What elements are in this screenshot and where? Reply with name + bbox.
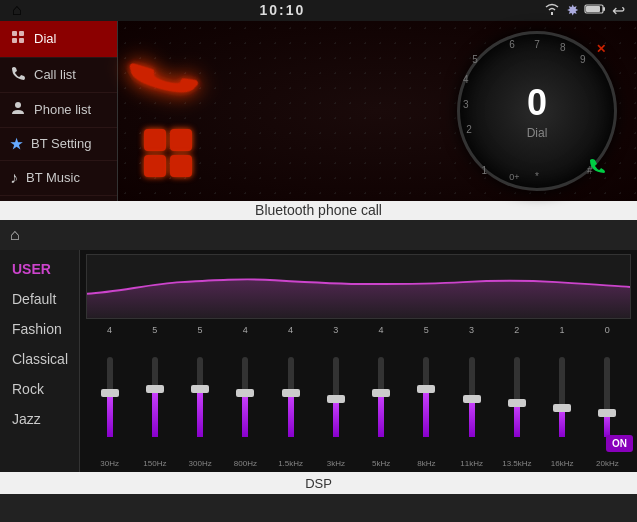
dsp-body: USER Default Fashion Classical Rock Jazz: [0, 250, 637, 472]
slider-value-4: 4: [288, 325, 293, 335]
btmusic-label: BT Music: [26, 170, 80, 185]
phone-sidebar: Dial Call list Phone list ★ BT Setting ♪: [0, 21, 118, 201]
eq-curve: [86, 254, 631, 319]
slider-thumb-8[interactable]: [463, 395, 481, 403]
slider-track-container-2[interactable]: [179, 337, 222, 457]
phone-section: ⌂ 10:10 ✸ ↩ Dial: [0, 0, 637, 220]
slider-thumb-5[interactable]: [327, 395, 345, 403]
phonelist-label: Phone list: [34, 102, 91, 117]
slider-fill-8: [469, 399, 475, 437]
dsp-item-classical[interactable]: Classical: [0, 344, 79, 374]
slider-value-9: 2: [514, 325, 519, 335]
dsp-item-rock[interactable]: Rock: [0, 374, 79, 404]
slider-track-container-3[interactable]: [224, 337, 267, 457]
dsp-sidebar: USER Default Fashion Classical Rock Jazz: [0, 250, 80, 472]
slider-thumb-4[interactable]: [282, 389, 300, 397]
slider-value-6: 4: [379, 325, 384, 335]
back-icon[interactable]: ↩: [612, 1, 625, 20]
slider-col-4: 41.5kHz: [269, 325, 312, 468]
dsp-main: 430Hz5150Hz5300Hz4800Hz41.5kHz33kHz45kHz…: [80, 250, 637, 472]
slider-track-container-10[interactable]: [541, 337, 584, 457]
btmusic-icon: ♪: [10, 169, 18, 187]
slider-thumb-0[interactable]: [101, 389, 119, 397]
dsp-header: ⌂: [0, 220, 637, 250]
slider-col-7: 58kHz: [405, 325, 448, 468]
slider-thumb-7[interactable]: [417, 385, 435, 393]
dial-num-3: 3: [463, 99, 469, 110]
slider-freq-label-8: 11kHz: [460, 459, 483, 468]
slider-thumb-9[interactable]: [508, 399, 526, 407]
slider-col-3: 4800Hz: [224, 325, 267, 468]
slider-freq-label-7: 8kHz: [417, 459, 435, 468]
dial-num-4: 4: [463, 74, 469, 85]
slider-col-9: 213.5kHz: [495, 325, 538, 468]
slider-thumb-2[interactable]: [191, 385, 209, 393]
dial-num-9: 9: [580, 54, 586, 65]
slider-freq-label-1: 150Hz: [143, 459, 166, 468]
sidebar-item-dial[interactable]: Dial: [0, 21, 117, 58]
sidebar-item-phonelist[interactable]: Phone list: [0, 93, 117, 128]
slider-col-2: 5300Hz: [179, 325, 222, 468]
sidebar-item-calllist[interactable]: Call list: [0, 58, 117, 93]
bluetooth-icon: ✸: [567, 3, 578, 18]
slider-track-container-8[interactable]: [450, 337, 493, 457]
slider-track-container-6[interactable]: [360, 337, 403, 457]
dial-call-icon[interactable]: [588, 158, 606, 178]
home-icon[interactable]: ⌂: [12, 1, 22, 19]
wifi-icon: [543, 2, 561, 19]
btsetting-label: BT Setting: [31, 136, 91, 151]
slider-col-8: 311kHz: [450, 325, 493, 468]
on-button[interactable]: ON: [606, 435, 633, 452]
slider-freq-label-10: 16kHz: [551, 459, 574, 468]
dsp-item-fashion[interactable]: Fashion: [0, 314, 79, 344]
svg-point-7: [15, 102, 21, 108]
slider-track-0: [107, 357, 113, 437]
slider-thumb-6[interactable]: [372, 389, 390, 397]
slider-fill-7: [423, 389, 429, 437]
dial-num-2: 2: [466, 124, 472, 135]
slider-thumb-3[interactable]: [236, 389, 254, 397]
slider-thumb-1[interactable]: [146, 385, 164, 393]
sidebar-item-btsetting[interactable]: ★ BT Setting: [0, 128, 117, 161]
slider-track-container-5[interactable]: [314, 337, 357, 457]
dial-label: Dial: [34, 31, 56, 46]
dial-icon: [10, 29, 26, 49]
slider-fill-10: [559, 408, 565, 437]
dial-delete-icon[interactable]: ✕: [596, 42, 606, 56]
slider-track-container-0[interactable]: [88, 337, 131, 457]
phone-main: 7 8 9 6 5 4 3 2 1 0+ * # 0 Dial ✕: [118, 21, 637, 201]
calllist-label: Call list: [34, 67, 76, 82]
slider-track-container-9[interactable]: [495, 337, 538, 457]
dsp-section-label: DSP: [0, 472, 637, 494]
slider-track-4: [288, 357, 294, 437]
slider-value-1: 5: [152, 325, 157, 335]
svg-rect-4: [19, 31, 24, 36]
slider-value-10: 1: [560, 325, 565, 335]
dsp-item-user[interactable]: USER: [0, 254, 79, 284]
dial-num-8: 8: [560, 42, 566, 53]
dsp-home-icon[interactable]: ⌂: [10, 226, 20, 244]
slider-track-5: [333, 357, 339, 437]
dial-wheel[interactable]: 7 8 9 6 5 4 3 2 1 0+ * # 0 Dial ✕: [457, 31, 617, 191]
svg-rect-2: [603, 7, 605, 11]
slider-thumb-10[interactable]: [553, 404, 571, 412]
dial-center-label: Dial: [527, 126, 548, 140]
sidebar-item-btmusic[interactable]: ♪ BT Music: [0, 161, 117, 196]
slider-col-6: 45kHz: [360, 325, 403, 468]
slider-freq-label-6: 5kHz: [372, 459, 390, 468]
slider-track-11: [604, 357, 610, 437]
slider-freq-label-9: 13.5kHz: [502, 459, 531, 468]
phone-section-label: Bluetooth phone call: [0, 201, 637, 220]
slider-value-5: 3: [333, 325, 338, 335]
slider-value-11: 0: [605, 325, 610, 335]
dsp-item-default[interactable]: Default: [0, 284, 79, 314]
phonelist-icon: [10, 101, 26, 119]
slider-thumb-11[interactable]: [598, 409, 616, 417]
slider-track-container-4[interactable]: [269, 337, 312, 457]
svg-rect-6: [19, 38, 24, 43]
slider-track-container-1[interactable]: [133, 337, 176, 457]
slider-freq-label-4: 1.5kHz: [278, 459, 303, 468]
dsp-item-jazz[interactable]: Jazz: [0, 404, 79, 434]
slider-col-1: 5150Hz: [133, 325, 176, 468]
slider-track-container-7[interactable]: [405, 337, 448, 457]
